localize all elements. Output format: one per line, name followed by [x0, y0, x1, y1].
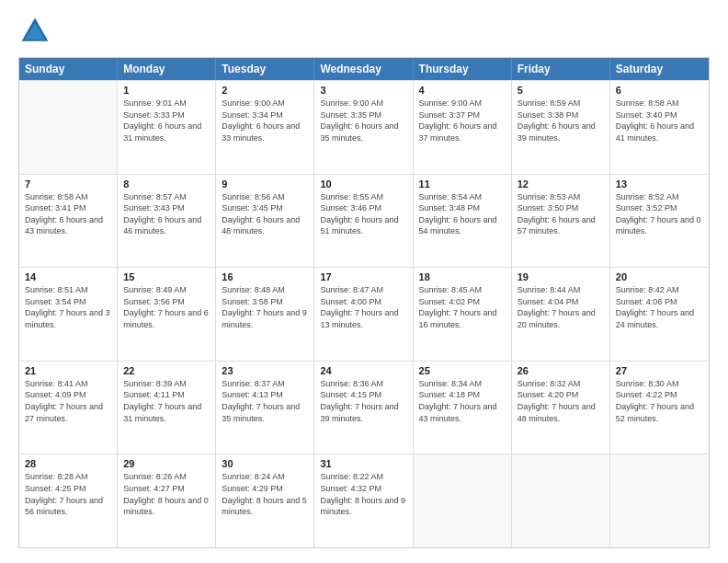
- day-number: 22: [123, 365, 210, 376]
- calendar-cell-1-1: 8Sunrise: 8:57 AMSunset: 3:43 PMDaylight…: [118, 175, 216, 268]
- day-number: 11: [419, 178, 506, 190]
- day-number: 4: [419, 85, 506, 96]
- calendar-cell-1-5: 12Sunrise: 8:53 AMSunset: 3:50 PMDayligh…: [512, 175, 610, 268]
- day-info: Sunrise: 8:37 AMSunset: 4:13 PMDaylight:…: [222, 378, 308, 424]
- calendar-row-2: 14Sunrise: 8:51 AMSunset: 3:54 PMDayligh…: [19, 267, 709, 361]
- day-info: Sunrise: 9:01 AMSunset: 3:33 PMDaylight:…: [123, 98, 210, 144]
- day-info: Sunrise: 8:24 AMSunset: 4:29 PMDaylight:…: [222, 471, 308, 517]
- weekday-header-monday: Monday: [118, 58, 216, 80]
- calendar-cell-2-6: 20Sunrise: 8:42 AMSunset: 4:06 PMDayligh…: [610, 268, 709, 361]
- day-number: 10: [320, 178, 406, 190]
- day-info: Sunrise: 8:36 AMSunset: 4:15 PMDaylight:…: [320, 378, 406, 424]
- day-info: Sunrise: 9:00 AMSunset: 3:34 PMDaylight:…: [222, 98, 308, 144]
- calendar-cell-4-2: 30Sunrise: 8:24 AMSunset: 4:29 PMDayligh…: [216, 454, 314, 547]
- calendar: SundayMondayTuesdayWednesdayThursdayFrid…: [18, 57, 710, 548]
- header: [18, 15, 710, 48]
- calendar-cell-1-0: 7Sunrise: 8:58 AMSunset: 3:41 PMDaylight…: [19, 175, 118, 268]
- day-number: 1: [123, 85, 210, 96]
- calendar-cell-0-5: 5Sunrise: 8:59 AMSunset: 3:38 PMDaylight…: [512, 81, 610, 174]
- day-info: Sunrise: 8:49 AMSunset: 3:56 PMDaylight:…: [123, 284, 210, 330]
- day-number: 24: [320, 365, 406, 376]
- calendar-cell-3-1: 22Sunrise: 8:39 AMSunset: 4:11 PMDayligh…: [118, 362, 216, 454]
- calendar-cell-1-2: 9Sunrise: 8:56 AMSunset: 3:45 PMDaylight…: [216, 175, 314, 268]
- calendar-body: 1Sunrise: 9:01 AMSunset: 3:33 PMDaylight…: [19, 80, 709, 547]
- calendar-row-4: 28Sunrise: 8:28 AMSunset: 4:25 PMDayligh…: [19, 454, 709, 547]
- day-number: 13: [616, 178, 703, 190]
- day-number: 9: [222, 178, 308, 190]
- weekday-header-tuesday: Tuesday: [216, 58, 314, 80]
- day-number: 7: [25, 178, 111, 190]
- day-number: 5: [518, 85, 604, 96]
- calendar-cell-4-1: 29Sunrise: 8:26 AMSunset: 4:27 PMDayligh…: [118, 454, 216, 547]
- calendar-cell-0-6: 6Sunrise: 8:58 AMSunset: 3:40 PMDaylight…: [610, 81, 709, 174]
- logo: [18, 15, 55, 48]
- calendar-cell-0-4: 4Sunrise: 9:00 AMSunset: 3:37 PMDaylight…: [414, 81, 512, 174]
- calendar-cell-0-2: 2Sunrise: 9:00 AMSunset: 3:34 PMDaylight…: [216, 81, 314, 174]
- calendar-cell-3-2: 23Sunrise: 8:37 AMSunset: 4:13 PMDayligh…: [216, 362, 314, 454]
- day-info: Sunrise: 8:45 AMSunset: 4:02 PMDaylight:…: [419, 284, 506, 330]
- day-number: 6: [616, 85, 703, 96]
- day-info: Sunrise: 8:58 AMSunset: 3:40 PMDaylight:…: [616, 98, 703, 144]
- calendar-cell-4-4: [414, 454, 512, 547]
- calendar-cell-4-5: [512, 454, 610, 547]
- day-info: Sunrise: 8:32 AMSunset: 4:20 PMDaylight:…: [518, 378, 604, 424]
- day-number: 30: [222, 458, 308, 469]
- calendar-cell-2-5: 19Sunrise: 8:44 AMSunset: 4:04 PMDayligh…: [512, 268, 610, 361]
- day-number: 12: [518, 178, 604, 190]
- day-number: 3: [320, 85, 406, 96]
- weekday-header-wednesday: Wednesday: [314, 58, 413, 80]
- day-number: 31: [320, 458, 406, 469]
- calendar-cell-2-1: 15Sunrise: 8:49 AMSunset: 3:56 PMDayligh…: [118, 268, 216, 361]
- day-info: Sunrise: 8:41 AMSunset: 4:09 PMDaylight:…: [25, 378, 111, 424]
- day-number: 8: [123, 178, 210, 190]
- calendar-cell-1-6: 13Sunrise: 8:52 AMSunset: 3:52 PMDayligh…: [610, 175, 709, 268]
- day-number: 18: [419, 271, 506, 282]
- day-number: 23: [222, 365, 308, 376]
- calendar-row-1: 7Sunrise: 8:58 AMSunset: 3:41 PMDaylight…: [19, 174, 709, 268]
- calendar-row-0: 1Sunrise: 9:01 AMSunset: 3:33 PMDaylight…: [19, 80, 709, 174]
- day-info: Sunrise: 8:54 AMSunset: 3:48 PMDaylight:…: [419, 191, 506, 237]
- calendar-cell-1-3: 10Sunrise: 8:55 AMSunset: 3:46 PMDayligh…: [314, 175, 413, 268]
- calendar-cell-3-6: 27Sunrise: 8:30 AMSunset: 4:22 PMDayligh…: [610, 362, 709, 454]
- day-number: 25: [419, 365, 506, 376]
- day-number: 29: [123, 458, 210, 469]
- calendar-row-3: 21Sunrise: 8:41 AMSunset: 4:09 PMDayligh…: [19, 361, 709, 454]
- weekday-header-saturday: Saturday: [610, 58, 709, 80]
- calendar-cell-4-0: 28Sunrise: 8:28 AMSunset: 4:25 PMDayligh…: [19, 454, 118, 547]
- day-number: 20: [616, 271, 703, 282]
- day-info: Sunrise: 8:52 AMSunset: 3:52 PMDaylight:…: [616, 191, 703, 237]
- day-info: Sunrise: 8:51 AMSunset: 3:54 PMDaylight:…: [25, 284, 111, 330]
- day-info: Sunrise: 8:59 AMSunset: 3:38 PMDaylight:…: [518, 98, 604, 144]
- day-info: Sunrise: 8:47 AMSunset: 4:00 PMDaylight:…: [320, 284, 406, 330]
- weekday-header-friday: Friday: [512, 58, 610, 80]
- day-number: 19: [518, 271, 604, 282]
- day-number: 26: [518, 365, 604, 376]
- calendar-cell-4-3: 31Sunrise: 8:22 AMSunset: 4:32 PMDayligh…: [314, 454, 413, 547]
- calendar-cell-2-2: 16Sunrise: 8:48 AMSunset: 3:58 PMDayligh…: [216, 268, 314, 361]
- day-info: Sunrise: 9:00 AMSunset: 3:37 PMDaylight:…: [419, 98, 506, 144]
- day-info: Sunrise: 9:00 AMSunset: 3:35 PMDaylight:…: [320, 98, 406, 144]
- calendar-cell-0-0: [19, 81, 118, 174]
- logo-icon: [18, 15, 51, 48]
- calendar-cell-3-5: 26Sunrise: 8:32 AMSunset: 4:20 PMDayligh…: [512, 362, 610, 454]
- day-info: Sunrise: 8:44 AMSunset: 4:04 PMDaylight:…: [518, 284, 604, 330]
- calendar-cell-2-4: 18Sunrise: 8:45 AMSunset: 4:02 PMDayligh…: [414, 268, 512, 361]
- day-info: Sunrise: 8:57 AMSunset: 3:43 PMDaylight:…: [123, 191, 210, 237]
- day-number: 27: [616, 365, 703, 376]
- calendar-cell-3-3: 24Sunrise: 8:36 AMSunset: 4:15 PMDayligh…: [314, 362, 413, 454]
- day-info: Sunrise: 8:39 AMSunset: 4:11 PMDaylight:…: [123, 378, 210, 424]
- day-info: Sunrise: 8:53 AMSunset: 3:50 PMDaylight:…: [518, 191, 604, 237]
- calendar-cell-4-6: [610, 454, 709, 547]
- day-info: Sunrise: 8:26 AMSunset: 4:27 PMDaylight:…: [123, 471, 210, 517]
- calendar-cell-0-1: 1Sunrise: 9:01 AMSunset: 3:33 PMDaylight…: [118, 81, 216, 174]
- day-number: 21: [25, 365, 111, 376]
- day-info: Sunrise: 8:56 AMSunset: 3:45 PMDaylight:…: [222, 191, 308, 237]
- calendar-header: SundayMondayTuesdayWednesdayThursdayFrid…: [19, 58, 709, 80]
- day-info: Sunrise: 8:28 AMSunset: 4:25 PMDaylight:…: [25, 471, 111, 517]
- day-info: Sunrise: 8:48 AMSunset: 3:58 PMDaylight:…: [222, 284, 308, 330]
- calendar-cell-1-4: 11Sunrise: 8:54 AMSunset: 3:48 PMDayligh…: [414, 175, 512, 268]
- weekday-header-sunday: Sunday: [19, 58, 118, 80]
- calendar-cell-0-3: 3Sunrise: 9:00 AMSunset: 3:35 PMDaylight…: [314, 81, 413, 174]
- calendar-cell-3-4: 25Sunrise: 8:34 AMSunset: 4:18 PMDayligh…: [414, 362, 512, 454]
- day-info: Sunrise: 8:58 AMSunset: 3:41 PMDaylight:…: [25, 191, 111, 237]
